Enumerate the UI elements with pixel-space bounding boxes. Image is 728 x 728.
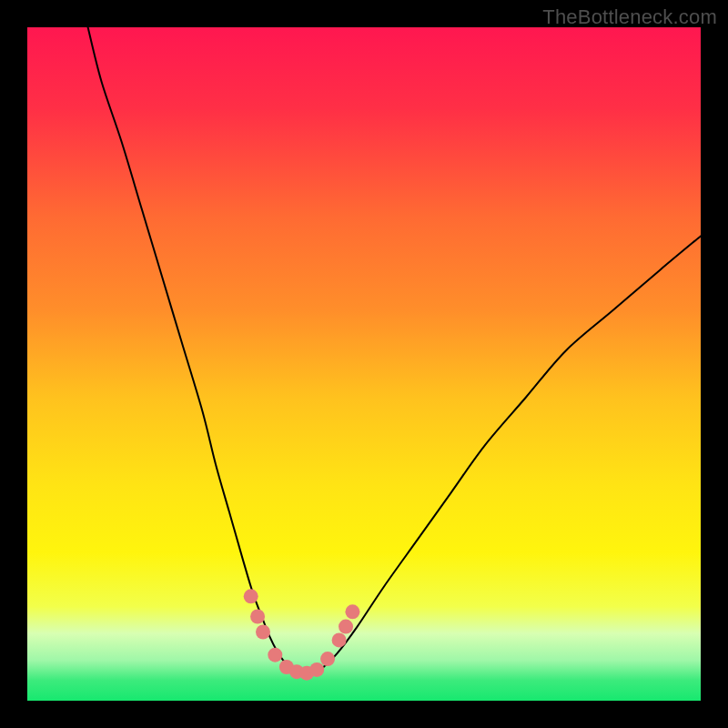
chart-frame: TheBottleneck.com — [0, 0, 728, 728]
curve-marker — [320, 652, 335, 666]
curve-marker — [332, 632, 347, 647]
curve-marker — [256, 625, 270, 640]
curve-marker — [250, 610, 265, 624]
curve-marker — [244, 589, 258, 603]
bottleneck-curve — [88, 27, 701, 674]
curve-marker — [309, 662, 324, 677]
curve-marker — [339, 620, 353, 634]
curve-marker — [268, 648, 282, 662]
watermark-text: TheBottleneck.com — [542, 5, 717, 29]
chart-overlay — [27, 27, 701, 701]
curve-markers — [244, 589, 360, 680]
plot-area — [27, 27, 701, 701]
curve-marker — [345, 604, 359, 619]
